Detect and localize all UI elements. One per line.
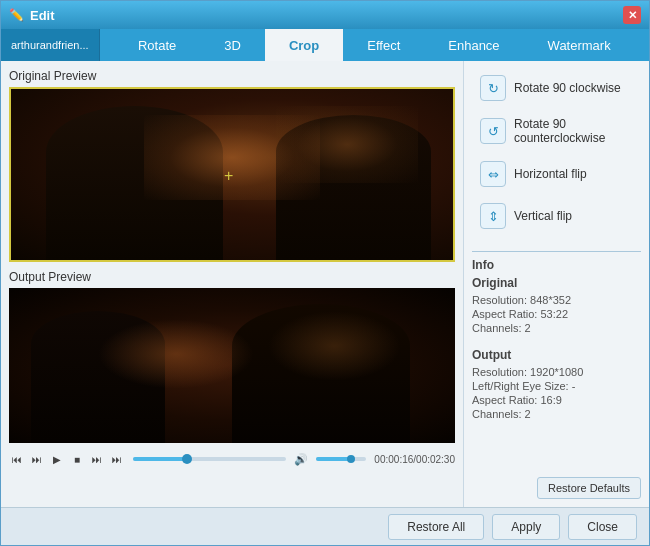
output-lr: Left/Right Eye Size: - [472, 380, 641, 392]
tab-crop[interactable]: Crop [265, 29, 343, 61]
restore-all-button[interactable]: Restore All [388, 514, 484, 540]
info-divider [472, 251, 641, 252]
time-display: 00:00:16/00:02:30 [374, 454, 455, 465]
original-channels: Channels: 2 [472, 322, 641, 334]
close-button[interactable]: Close [568, 514, 637, 540]
tab-effect[interactable]: Effect [343, 29, 424, 61]
volume-thumb[interactable] [347, 455, 355, 463]
step-forward-button[interactable]: ⏭ [109, 451, 125, 467]
v-flip-button[interactable]: ⇕ Vertical flip [472, 197, 641, 235]
skip-forward-button[interactable]: ⏭ [89, 451, 105, 467]
info-section: Info Original Resolution: 848*352 Aspect… [472, 251, 641, 422]
info-title: Info [472, 258, 641, 272]
apply-button[interactable]: Apply [492, 514, 560, 540]
rotate-ccw-icon: ↺ [480, 118, 506, 144]
crosshair: + [224, 167, 240, 183]
step-back-button[interactable]: ⏭ [29, 451, 45, 467]
film-scene: + [11, 89, 453, 260]
v-flip-icon: ⇕ [480, 203, 506, 229]
original-resolution: Resolution: 848*352 [472, 294, 641, 306]
original-aspect-ratio: Aspect Ratio: 53:22 [472, 308, 641, 320]
h-flip-icon: ⇔ [480, 161, 506, 187]
output-section: Output Preview ⏮ ⏭ ▶ ■ ⏭ ⏭ [9, 270, 455, 499]
close-window-button[interactable]: ✕ [623, 6, 641, 24]
tab-enhance[interactable]: Enhance [424, 29, 523, 61]
footer-bar: Restore All Apply Close [1, 507, 649, 545]
h-flip-label: Horizontal flip [514, 167, 587, 181]
progress-track[interactable] [133, 457, 286, 461]
out-face2 [268, 311, 402, 381]
progress-fill [133, 457, 187, 461]
tab-bar: arthurandfrien... Rotate 3D Crop Effect … [1, 29, 649, 61]
rotate-ccw-label: Rotate 90 counterclockwise [514, 117, 633, 145]
tab-watermark[interactable]: Watermark [524, 29, 635, 61]
out-face1 [98, 319, 254, 389]
tab-3d[interactable]: 3D [200, 29, 265, 61]
main-content: Original Preview + Output Preview [1, 61, 649, 507]
progress-thumb[interactable] [182, 454, 192, 464]
original-preview: + [9, 87, 455, 262]
output-channels: Channels: 2 [472, 408, 641, 420]
original-video-frame: + [11, 89, 453, 260]
volume-fill [316, 457, 351, 461]
output-resolution: Resolution: 1920*1080 [472, 366, 641, 378]
rotate-cw-label: Rotate 90 clockwise [514, 81, 621, 95]
tab-rotate[interactable]: Rotate [114, 29, 200, 61]
original-label: Original [472, 276, 641, 290]
face-glow2 [276, 106, 417, 183]
playback-bar: ⏮ ⏭ ▶ ■ ⏭ ⏭ 🔊 00:00:16/00:02:30 [9, 449, 455, 469]
output-scene [9, 288, 455, 443]
rotate-cw-icon: ↻ [480, 75, 506, 101]
stop-button[interactable]: ■ [69, 451, 85, 467]
restore-defaults-button[interactable]: Restore Defaults [537, 477, 641, 499]
title-bar: ✏️ Edit ✕ [1, 1, 649, 29]
volume-track[interactable] [316, 457, 366, 461]
output-label: Output [472, 348, 641, 362]
v-flip-label: Vertical flip [514, 209, 572, 223]
output-preview-label: Output Preview [9, 270, 455, 284]
skip-back-button[interactable]: ⏮ [9, 451, 25, 467]
window-icon: ✏️ [9, 8, 24, 22]
right-panel: ↻ Rotate 90 clockwise ↺ Rotate 90 counte… [464, 61, 649, 507]
nav-tabs: Rotate 3D Crop Effect Enhance Watermark [100, 29, 649, 61]
file-tab-label: arthurandfrien... [11, 39, 89, 51]
main-window: ✏️ Edit ✕ arthurandfrien... Rotate 3D Cr… [0, 0, 650, 546]
window-title: Edit [30, 8, 623, 23]
file-tab[interactable]: arthurandfrien... [1, 29, 100, 61]
rotate-cw-button[interactable]: ↻ Rotate 90 clockwise [472, 69, 641, 107]
output-aspect-ratio: Aspect Ratio: 16:9 [472, 394, 641, 406]
h-flip-button[interactable]: ⇔ Horizontal flip [472, 155, 641, 193]
play-button[interactable]: ▶ [49, 451, 65, 467]
rotate-ccw-button[interactable]: ↺ Rotate 90 counterclockwise [472, 111, 641, 151]
output-video [9, 288, 455, 443]
original-preview-label: Original Preview [9, 69, 455, 83]
volume-icon: 🔊 [294, 453, 308, 466]
left-panel: Original Preview + Output Preview [1, 61, 464, 507]
